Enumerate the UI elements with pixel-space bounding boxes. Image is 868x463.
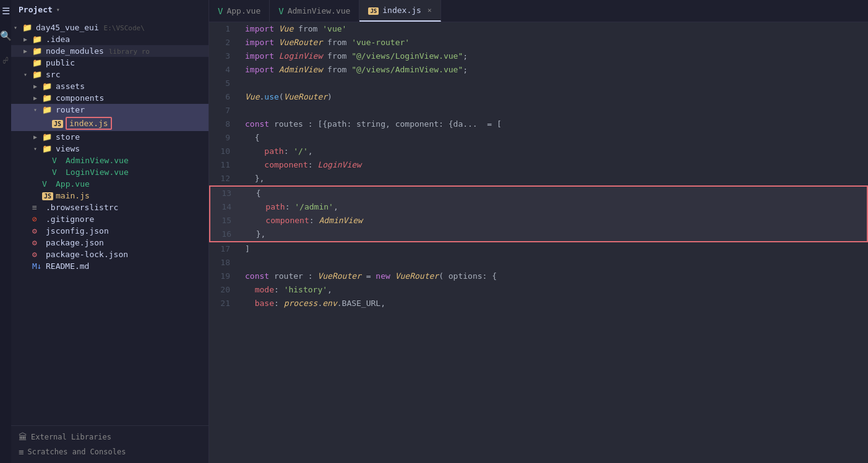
js-icon-main: JS: [42, 191, 53, 200]
label-views: views: [56, 144, 80, 153]
line-num-5: 5: [209, 77, 240, 90]
tree-root[interactable]: ▾ 📁 day45_vue_eui E:\VSCode\: [11, 22, 208, 33]
js-icon-tab-index: JS: [368, 6, 379, 15]
tree-assets[interactable]: ▶ 📁 assets: [11, 80, 208, 92]
external-libraries-icon: 🏛: [19, 432, 27, 442]
tab-index-js[interactable]: JS index.js ✕: [359, 0, 440, 22]
external-libraries-item[interactable]: 🏛 External Libraries: [19, 430, 201, 444]
line-num-12: 12: [209, 172, 240, 185]
line-num-4: 4: [209, 63, 240, 77]
arrow-components: ▶: [33, 95, 42, 101]
code-line-18: 18: [209, 256, 868, 270]
label-src: src: [46, 70, 60, 79]
md-icon-readme: M↓: [32, 261, 43, 271]
arrow-assets: ▶: [33, 83, 42, 90]
label-appvue: App.vue: [56, 179, 90, 189]
folder-icon-router: 📁: [42, 105, 53, 114]
tree-public[interactable]: 📁 public: [11, 57, 208, 69]
tree-router[interactable]: ▾ 📁 router: [11, 104, 208, 116]
tree-src[interactable]: ▾ 📁 src: [11, 69, 208, 80]
search-icon[interactable]: 🔍: [0, 30, 12, 42]
label-store: store: [56, 132, 80, 142]
line-content-11: component: LoginView: [240, 158, 868, 172]
code-line-20: 20 mode: 'history',: [209, 283, 868, 297]
label-readme: README.md: [46, 261, 89, 271]
tab-app-vue[interactable]: V App.vue: [209, 0, 270, 22]
tree-mainjs[interactable]: JS main.js: [11, 190, 208, 202]
line-content-4: import AdminView from "@/views/AdminView…: [240, 63, 868, 77]
tree-gitignore[interactable]: ⊘ .gitignore: [11, 213, 208, 225]
tree-readme[interactable]: M↓ README.md: [11, 260, 208, 272]
line-content-13: {: [241, 187, 867, 200]
line-num-17: 17: [209, 242, 240, 256]
arrow-root: ▾: [14, 24, 22, 31]
line-content-17: ]: [240, 242, 868, 256]
tree-browserslistrc[interactable]: ≡ .browserslistrc: [11, 202, 208, 213]
git-icon-gitignore: ⊘: [32, 215, 43, 224]
label-packagelock: package-lock.json: [46, 250, 128, 259]
label-browserslistrc: .browserslistrc: [46, 203, 118, 212]
tree-idea[interactable]: ▶ 📁 .idea: [11, 33, 208, 45]
code-line-10: 10 path: '/',: [209, 145, 868, 158]
files-icon[interactable]: ☰: [0, 5, 12, 17]
project-header[interactable]: Project ▾: [11, 0, 208, 19]
label-root: day45_vue_eui E:\VSCode\: [36, 23, 145, 32]
code-line-6: 6 Vue.use(VueRouter): [209, 90, 868, 104]
git-icon[interactable]: ☍: [0, 54, 12, 67]
json-icon-packagelock: ⚙: [32, 250, 43, 259]
arrow-node-modules: ▶: [24, 48, 32, 54]
line-content-15: component: AdminView: [241, 214, 867, 227]
main-editor: V App.vue V AdminView.vue JS index.js ✕ …: [209, 0, 868, 463]
line-num-9: 9: [209, 131, 240, 145]
line-num-1: 1: [209, 22, 240, 36]
code-line-17: 17 ]: [209, 242, 868, 256]
line-content-19: const router : VueRouter = new VueRouter…: [240, 270, 868, 283]
label-idea: .idea: [46, 35, 70, 44]
highlight-region: 13 { 14 path: '/admin', 15 component: Ad…: [209, 185, 868, 242]
line-content-3: import LoginView from "@/views/LoginView…: [240, 49, 868, 63]
tree-packagelock[interactable]: ⚙ package-lock.json: [11, 248, 208, 260]
line-content-12: },: [240, 172, 868, 185]
tree-node-modules[interactable]: ▶ 📁 node_modules library ro: [11, 45, 208, 57]
line-num-20: 20: [209, 283, 240, 297]
tree-store[interactable]: ▶ 📁 store: [11, 131, 208, 143]
json-icon-package: ⚙: [32, 238, 43, 247]
line-num-13: 13: [210, 187, 241, 200]
label-index-js: index.js: [66, 117, 112, 130]
vue-icon-loginview: V: [52, 168, 63, 177]
tab-label-adminview: AdminView.vue: [288, 6, 351, 15]
tree-packagejson[interactable]: ⚙ package.json: [11, 237, 208, 248]
tree-loginview[interactable]: V LoginView.vue: [11, 166, 208, 178]
line-content-8: const routes : [{path: string, component…: [240, 117, 868, 131]
tree-jsconfig[interactable]: ⚙ jsconfig.json: [11, 225, 208, 237]
folder-icon-views: 📁: [42, 144, 53, 153]
label-router: router: [56, 105, 85, 114]
label-public: public: [46, 58, 75, 67]
folder-icon-idea: 📁: [32, 35, 43, 44]
label-mainjs: main.js: [56, 191, 90, 200]
tab-adminview-vue[interactable]: V AdminView.vue: [270, 0, 359, 22]
tree-index-js[interactable]: JS index.js: [11, 116, 208, 131]
tree-views[interactable]: ▾ 📁 views: [11, 143, 208, 155]
label-components: components: [56, 93, 104, 103]
sidebar-bottom: 🏛 External Libraries ≡ Scratches and Con…: [11, 425, 208, 463]
scratches-item[interactable]: ≡ Scratches and Consoles: [19, 444, 201, 459]
tree-components[interactable]: ▶ 📁 components: [11, 92, 208, 104]
code-line-15: 15 component: AdminView: [210, 214, 867, 227]
code-editor[interactable]: 1 import Vue from 'vue' 2 import VueRout…: [209, 22, 868, 463]
tree-appvue[interactable]: V App.vue: [11, 178, 208, 190]
line-num-21: 21: [209, 297, 240, 310]
line-num-14: 14: [210, 200, 241, 214]
json-icon-jsconfig: ⚙: [32, 226, 43, 236]
arrow-src: ▾: [24, 71, 32, 78]
line-num-10: 10: [209, 145, 240, 158]
tree-adminview[interactable]: V AdminView.vue: [11, 155, 208, 166]
code-line-14: 14 path: '/admin',: [210, 200, 867, 214]
folder-icon-public: 📁: [32, 58, 43, 67]
tab-close-index-js[interactable]: ✕: [428, 6, 432, 14]
line-num-8: 8: [209, 117, 240, 131]
label-assets: assets: [56, 82, 85, 91]
line-num-3: 3: [209, 49, 240, 63]
vue-icon-tab-app: V: [218, 6, 223, 16]
project-dropdown-icon: ▾: [56, 6, 60, 13]
